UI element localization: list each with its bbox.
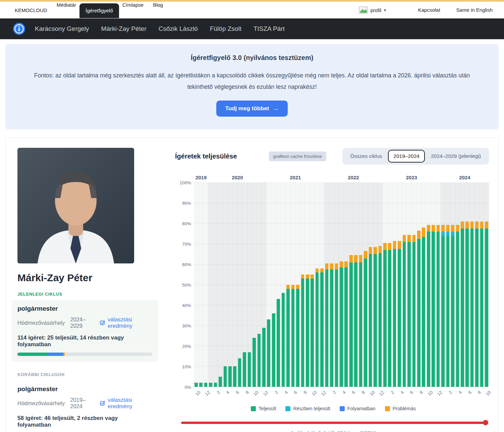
bar-segment-teljesült <box>248 352 251 387</box>
chart-bar-slot <box>484 183 489 387</box>
y-tick-label: 100% <box>179 180 191 185</box>
x-tick-slot <box>421 387 426 401</box>
x-tick-slot: 8 <box>242 387 247 401</box>
bar-segment-problémás <box>374 247 377 254</box>
election-result-link[interactable]: választási eredmény <box>100 316 152 329</box>
y-tick-label: 30% <box>182 323 191 328</box>
bar-segment-teljesült <box>470 229 474 387</box>
person-name: Márki-Zay Péter <box>17 272 158 284</box>
current-cycle-block: polgármesterHódmezővásárhely2024–2029vál… <box>17 300 158 362</box>
info-icon <box>13 22 25 35</box>
legend-item-problémás[interactable]: Problémás <box>385 406 416 411</box>
bar-segment-teljesült <box>465 229 469 387</box>
x-tick-slot <box>402 387 406 401</box>
y-tick-label: 70% <box>182 242 191 247</box>
elapsed-time-slider[interactable] <box>181 420 488 425</box>
chart-title: Ígéretek teljesülése <box>175 152 237 160</box>
bar-segment-problémás <box>427 225 430 232</box>
progress-segment <box>17 353 47 356</box>
chart-bar-slot <box>319 183 324 387</box>
bar-segment-teljesült <box>224 366 227 387</box>
topbar-link-médiatár[interactable]: Médiatár <box>57 2 76 18</box>
x-tick-slot <box>353 387 358 401</box>
bar-segment-teljesült <box>403 242 406 387</box>
chart-bar <box>364 183 367 387</box>
cycle-position: polgármester <box>17 305 152 312</box>
profile-photo <box>17 148 134 263</box>
topbar-links: MédiatárÍgéretfigyelőCímlapseBlog <box>57 2 172 18</box>
bar-segment-teljesült <box>209 383 212 387</box>
bar-segment-teljesült <box>330 269 333 387</box>
slider-caption: A ciklusból eltelt idő: 60 hónap (100%) <box>178 430 489 432</box>
legend-item-részben-teljesült[interactable]: Részben teljesült <box>285 406 330 411</box>
chart-column: Ígéretek teljesülése grafikon cache fris… <box>175 148 489 427</box>
x-tick-slot: 2 <box>329 387 334 401</box>
election-result-link[interactable]: választási eredmény <box>100 397 152 410</box>
legend-label: Folyamatban <box>347 406 376 411</box>
chart-bar-slot <box>387 183 392 387</box>
bar-segment-teljesült <box>441 236 445 387</box>
bar-segment-problémás <box>344 261 348 267</box>
slider-track[interactable] <box>181 422 488 424</box>
person-link[interactable]: TISZA Párt <box>254 25 285 33</box>
chart-bar-slot <box>440 183 445 387</box>
person-link[interactable]: Karácsony Gergely <box>35 25 89 33</box>
cycle-tab[interactable]: 2019–2024 <box>388 150 425 163</box>
cycle-tab[interactable]: Összes ciklus <box>346 150 386 162</box>
x-tick-slot <box>324 387 329 401</box>
year-labels: 201920202021202220232024 <box>194 175 489 183</box>
chevron-down-icon: ▾ <box>384 8 386 12</box>
chart-bar-slot <box>450 183 455 387</box>
x-tick-slot: 10 <box>252 387 257 401</box>
bar-segment-teljesült <box>427 232 430 387</box>
person-link[interactable]: Márki-Zay Péter <box>101 25 147 33</box>
election-result-label: választási eredmény <box>108 316 152 329</box>
previous-cycles-label: KORÁBBI CIKLUSOK <box>17 372 158 377</box>
x-tick-slot: 4 <box>397 387 402 401</box>
bar-segment-teljesült <box>258 334 261 387</box>
chart-bar-slot <box>406 183 411 387</box>
chart-bar <box>393 183 396 387</box>
chart-bar <box>446 183 450 387</box>
bar-segment-teljesült <box>204 383 208 387</box>
bar-segment-teljesült <box>437 232 440 387</box>
person-link[interactable]: Fülöp Zsolt <box>210 25 241 33</box>
bar-segment-részben-teljesült <box>441 232 445 236</box>
topbar-link-same-in-english[interactable]: Same in English <box>456 7 493 13</box>
chart-bar <box>359 183 362 387</box>
brand-kemocloud[interactable]: KEMOCLOUD <box>15 7 47 13</box>
person-link[interactable]: Csőzik László <box>159 25 198 33</box>
cycle-city: Hódmezővásárhely <box>17 320 65 326</box>
legend-item-teljesült[interactable]: Teljesült <box>251 406 276 411</box>
topbar-link-blog[interactable]: Blog <box>153 2 163 18</box>
cycle-progressbar <box>17 353 152 356</box>
chart-bar-slot <box>397 183 401 387</box>
chart-bar-slot <box>247 183 251 387</box>
y-tick-label: 60% <box>182 262 191 267</box>
profile-menu[interactable]: profil ▾ <box>359 6 386 14</box>
chart-bar <box>311 183 314 387</box>
chart-bar <box>209 183 212 387</box>
topbar-link-címlapse[interactable]: Címlapse <box>122 2 144 18</box>
info-button[interactable] <box>13 22 25 35</box>
chart-bar-slot <box>257 183 261 387</box>
y-tick-label: 40% <box>182 303 191 308</box>
topbar-link-ígéretfigyelő[interactable]: Ígéretfigyelő <box>79 3 119 18</box>
topbar-link-kapcsolat[interactable]: Kapcsolat <box>418 7 440 13</box>
chart-bar <box>272 183 275 387</box>
bar-segment-problémás <box>340 261 343 267</box>
year-label: 2021 <box>266 175 324 183</box>
y-axis-labels: 0%10%20%30%40%50%60%70%80%90%100% <box>178 183 194 387</box>
refresh-cache-button[interactable]: grafikon cache frissítése <box>269 151 327 161</box>
cycle-tab[interactable]: 2024–2029 (jelenlegi) <box>427 150 485 162</box>
bar-segment-teljesült <box>296 289 299 387</box>
slider-handle[interactable] <box>483 420 488 425</box>
bar-segment-problémás <box>470 222 474 229</box>
legend-item-folyamatban[interactable]: Folyamatban <box>340 406 376 411</box>
bar-segment-teljesült <box>461 229 464 387</box>
chart-bar-slot <box>460 183 464 387</box>
learn-more-button[interactable]: Tudj meg többet → <box>216 101 288 117</box>
x-tick-slot: 10 <box>368 387 373 401</box>
chart-legend: TeljesültRészben teljesültFolyamatbanPro… <box>178 406 489 411</box>
bar-segment-teljesült <box>485 229 488 387</box>
